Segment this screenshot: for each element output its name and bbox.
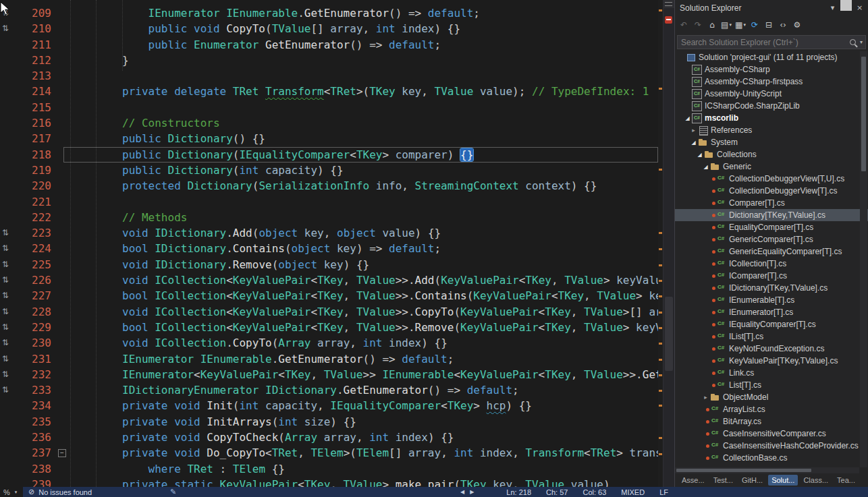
panel-tab[interactable]: Asse... xyxy=(678,475,708,486)
implements-glyph-icon[interactable]: ⇅ xyxy=(0,351,18,367)
implements-glyph-icon[interactable]: ⇅ xyxy=(0,320,18,335)
line-number[interactable]: 236 xyxy=(18,430,51,445)
implements-glyph-icon[interactable]: ⇅ xyxy=(0,304,18,320)
code-line[interactable]: ⇅231 IEnumerator IEnumerable.GetEnumerat… xyxy=(0,351,658,367)
line-number[interactable]: 214 xyxy=(18,84,51,99)
chevron-expanded-icon[interactable]: ◢ xyxy=(696,152,703,158)
implements-glyph-icon[interactable]: ⇅ xyxy=(0,272,18,288)
line-number[interactable]: 230 xyxy=(18,335,51,351)
line-number[interactable]: 220 xyxy=(18,178,51,194)
chevron-collapsed-icon[interactable]: ▸ xyxy=(702,394,709,401)
line-number[interactable]: 218 xyxy=(18,147,51,163)
code-line[interactable]: 238 where TRet : TElem {} xyxy=(0,461,658,477)
tree-item[interactable]: List[T].cs xyxy=(675,379,868,391)
panel-tab[interactable]: GitH... xyxy=(738,475,766,486)
window-position-icon[interactable]: ▾ xyxy=(827,3,838,13)
code-line[interactable]: 218 public Dictionary(IEqualityComparer<… xyxy=(0,147,658,163)
zoom-control[interactable]: % ▾ xyxy=(0,487,23,497)
show-all-files-icon[interactable]: ▦ xyxy=(734,19,747,31)
scrollbar-thumb[interactable] xyxy=(861,57,866,171)
tree-item[interactable]: IEqualityComparer[T].cs xyxy=(675,318,868,330)
scrollbar-split-handle[interactable] xyxy=(663,0,674,8)
implements-glyph-icon[interactable]: ⇅ xyxy=(0,288,18,303)
chevron-expanded-icon[interactable]: ◢ xyxy=(702,164,709,170)
implements-glyph-icon[interactable]: ⇅ xyxy=(0,225,18,241)
line-number[interactable]: 219 xyxy=(18,163,51,178)
forward-icon[interactable]: ↷ xyxy=(691,19,705,31)
issues-status[interactable]: No issues found xyxy=(38,488,92,496)
tree-item[interactable]: ICollection[T].cs xyxy=(675,258,868,270)
scrollbar-thumb[interactable] xyxy=(665,297,673,371)
tree-horizontal-scrollbar[interactable] xyxy=(675,467,859,473)
tree-item[interactable]: Comparer[T].cs xyxy=(675,197,868,209)
implements-glyph-icon[interactable]: ⇅ xyxy=(0,241,18,256)
line-number[interactable]: 233 xyxy=(18,382,51,398)
line-number[interactable]: 239 xyxy=(18,477,51,487)
code-line[interactable]: 221 xyxy=(0,194,658,210)
code-line[interactable]: 222 // Methods xyxy=(0,210,658,225)
line-number[interactable]: 232 xyxy=(18,367,51,382)
tree-item[interactable]: IDictionary[TKey,TValue].cs xyxy=(675,282,868,294)
line-number[interactable]: 221 xyxy=(18,194,51,210)
tree-vertical-scrollbar[interactable] xyxy=(860,51,867,467)
tree-item[interactable]: GenericComparer[T].cs xyxy=(675,233,868,245)
line-number[interactable]: 231 xyxy=(18,351,51,367)
line-number[interactable]: 237 xyxy=(18,445,51,461)
line-number[interactable]: 210 xyxy=(18,21,51,36)
tree-item[interactable]: KeyValuePair[TKey,TValue].cs xyxy=(675,355,868,367)
code-line[interactable]: 213 xyxy=(0,68,658,84)
code-editor[interactable]: ⇅209 IEnumerator IEnumerable.GetEnumerat… xyxy=(0,0,674,487)
code-line[interactable]: ⇅226 void ICollection<KeyValuePair<TKey,… xyxy=(0,272,658,288)
line-number[interactable]: 234 xyxy=(18,398,51,413)
tree-item[interactable]: ▸References xyxy=(675,124,868,136)
code-line[interactable]: 214 private delegate TRet Transform<TRet… xyxy=(0,84,658,99)
line-number[interactable]: 209 xyxy=(18,5,51,21)
line-number[interactable]: 229 xyxy=(18,320,51,335)
line-number[interactable]: 222 xyxy=(18,210,51,225)
code-line[interactable]: ⇅224 bool IDictionary.Contains(object ke… xyxy=(0,241,658,256)
code-line[interactable]: ⇅209 IEnumerator IEnumerable.GetEnumerat… xyxy=(0,5,658,21)
panel-tab[interactable]: Solut... xyxy=(768,475,798,486)
tree-item[interactable]: ArrayList.cs xyxy=(675,403,868,415)
pin-icon[interactable] xyxy=(840,3,852,13)
tree-item[interactable]: ICSharpCode.SharpZipLib xyxy=(675,100,868,112)
document-health-error-badge[interactable] xyxy=(665,16,672,24)
tree-item[interactable]: CollectionDebuggerView[T].cs xyxy=(675,185,868,197)
code-line[interactable]: ⇅225 void IDictionary.Remove(object key)… xyxy=(0,257,658,272)
encoding-indicator[interactable]: MIXED xyxy=(621,488,645,496)
line-number[interactable]: 211 xyxy=(18,37,51,53)
line-number[interactable]: 227 xyxy=(18,288,51,303)
line-number[interactable]: 217 xyxy=(18,131,51,146)
tree-item[interactable]: ▸ObjectModel xyxy=(675,391,868,403)
chevron-expanded-icon[interactable]: ◢ xyxy=(684,115,691,121)
scroll-left-icon[interactable]: ◀ xyxy=(460,489,464,495)
line-indicator[interactable]: Ln: 218 xyxy=(506,488,531,496)
code-line[interactable]: ⇅223 void IDictionary.Add(object key, ob… xyxy=(0,225,658,241)
eol-indicator[interactable]: LF xyxy=(659,488,668,496)
code-line[interactable]: 236 private void CopyToCheck(Array array… xyxy=(0,430,658,445)
code-line[interactable]: 239 private static KeyValuePair<TKey, TV… xyxy=(0,477,658,487)
editor-vertical-scrollbar[interactable] xyxy=(663,0,674,487)
tree-item[interactable]: IComparer[T].cs xyxy=(675,270,868,282)
switch-views-icon[interactable]: ▤ xyxy=(720,19,733,31)
home-icon[interactable]: ⌂ xyxy=(705,19,719,31)
tree-item[interactable]: IEnumerator[T].cs xyxy=(675,306,868,318)
implements-glyph-icon[interactable]: ⇅ xyxy=(0,21,18,36)
tree-item[interactable]: ◢Collections xyxy=(675,148,868,160)
code-line[interactable]: ⇅227 bool ICollection<KeyValuePair<TKey,… xyxy=(0,288,658,303)
refresh-icon[interactable]: ⟳ xyxy=(748,19,761,31)
code-line[interactable]: 211 public Enumerator GetEnumerator() =>… xyxy=(0,37,658,53)
line-number[interactable]: 225 xyxy=(18,257,51,272)
view-code-icon[interactable]: ‹› xyxy=(776,19,790,31)
tree-item[interactable]: IList[T].cs xyxy=(675,330,868,343)
code-line[interactable]: 219 public Dictionary(int capacity) {} xyxy=(0,163,658,178)
tree-item[interactable]: CollectionBase.cs xyxy=(675,452,868,464)
tree-item[interactable]: IEnumerable[T].cs xyxy=(675,294,868,306)
line-number[interactable]: 212 xyxy=(18,53,51,68)
tree-item[interactable]: ◢mscorlib xyxy=(675,112,868,124)
close-icon[interactable]: × xyxy=(854,3,865,13)
back-icon[interactable]: ↶ xyxy=(677,19,690,31)
code-line[interactable]: ⇅233 IDictionaryEnumerator IDictionary.G… xyxy=(0,382,658,398)
tree-item[interactable]: Assembly-CSharp-firstpass xyxy=(675,76,868,88)
implements-glyph-icon[interactable]: ⇅ xyxy=(0,367,18,382)
